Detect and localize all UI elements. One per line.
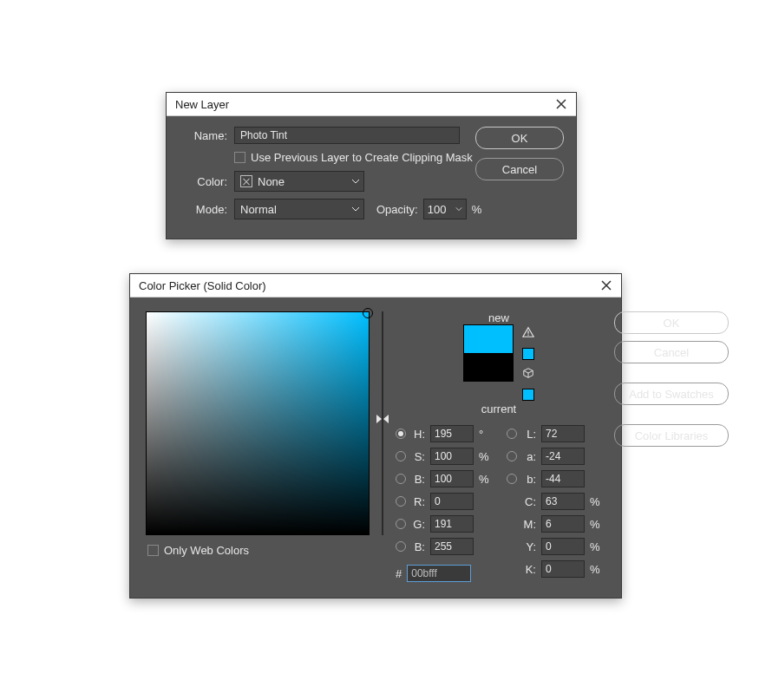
close-icon[interactable] xyxy=(553,96,569,112)
svg-rect-0 xyxy=(527,330,528,334)
color-values-column: new current H:° S:% B: xyxy=(396,311,602,582)
chevron-down-icon xyxy=(351,177,360,186)
checkbox-icon xyxy=(234,152,245,163)
new-layer-dialog: New Layer OK Cancel Name: Use Previous L… xyxy=(166,92,577,239)
color-label: Color: xyxy=(179,175,227,188)
c-unit: % xyxy=(590,495,602,508)
new-label: new xyxy=(488,311,509,324)
opacity-label: Opacity: xyxy=(376,203,418,216)
radio-l[interactable] xyxy=(507,429,517,439)
cancel-button[interactable]: Cancel xyxy=(614,341,729,363)
b-lab-input[interactable] xyxy=(541,470,585,487)
b-hsb-input[interactable] xyxy=(430,470,474,487)
add-to-swatches-button[interactable]: Add to Swatches xyxy=(614,383,729,405)
radio-b-hsb[interactable] xyxy=(396,474,406,484)
h-unit: ° xyxy=(479,428,491,441)
new-layer-title: New Layer xyxy=(175,98,553,111)
websafe-swatch-icon[interactable] xyxy=(522,389,534,401)
new-color-swatch xyxy=(464,325,513,353)
g-input[interactable] xyxy=(430,515,474,533)
opacity-value: 100 xyxy=(428,203,447,216)
new-current-preview[interactable] xyxy=(463,324,514,382)
hex-label: # xyxy=(396,567,402,580)
name-label: Name: xyxy=(179,129,227,142)
blend-mode-value: Normal xyxy=(240,203,277,216)
y-input[interactable] xyxy=(541,538,585,555)
ok-button[interactable]: OK xyxy=(614,311,729,334)
radio-a[interactable] xyxy=(507,451,517,461)
hue-slider[interactable] xyxy=(382,311,383,535)
c-input[interactable] xyxy=(541,493,585,510)
radio-s[interactable] xyxy=(396,451,406,461)
k-unit: % xyxy=(590,563,602,576)
current-color-swatch xyxy=(464,353,513,381)
color-picker-dialog: Color Picker (Solid Color) Only Web Colo… xyxy=(129,273,622,599)
blend-mode-select[interactable]: Normal xyxy=(234,199,364,219)
clipping-mask-label: Use Previous Layer to Create Clipping Ma… xyxy=(251,151,473,164)
radio-g[interactable] xyxy=(396,519,406,529)
l-input[interactable] xyxy=(541,425,585,442)
cancel-button[interactable]: Cancel xyxy=(475,158,564,180)
s-label: S: xyxy=(411,450,425,463)
a-input[interactable] xyxy=(541,448,585,465)
h-input[interactable] xyxy=(430,425,474,442)
chevron-down-icon xyxy=(351,205,360,213)
hue-slider-handle-icon xyxy=(383,415,389,423)
opacity-percent: % xyxy=(472,203,482,216)
l-label: L: xyxy=(522,428,536,441)
layer-color-select[interactable]: None xyxy=(234,171,364,192)
radio-b-rgb[interactable] xyxy=(396,541,406,552)
r-input[interactable] xyxy=(430,493,474,510)
radio-h[interactable] xyxy=(396,429,406,439)
ok-button[interactable]: OK xyxy=(475,127,564,149)
close-icon[interactable] xyxy=(599,278,614,293)
radio-r[interactable] xyxy=(396,496,406,507)
m-unit: % xyxy=(590,518,602,531)
color-picker-title: Color Picker (Solid Color) xyxy=(139,279,599,292)
layer-name-input[interactable] xyxy=(234,127,460,144)
svg-rect-1 xyxy=(527,335,528,336)
gamut-warning-icon[interactable] xyxy=(522,326,534,341)
opacity-input[interactable]: 100 xyxy=(423,199,467,219)
color-field[interactable] xyxy=(146,311,370,535)
b-rgb-input[interactable] xyxy=(430,538,474,555)
color-field-cursor-icon xyxy=(363,308,373,318)
hue-slider-handle-icon xyxy=(376,415,382,423)
radio-b-lab[interactable] xyxy=(507,474,517,484)
m-label: M: xyxy=(522,518,536,531)
layer-color-value: None xyxy=(258,175,285,188)
current-label: current xyxy=(481,402,516,415)
new-layer-titlebar[interactable]: New Layer xyxy=(167,93,576,116)
color-picker-titlebar[interactable]: Color Picker (Solid Color) xyxy=(130,274,621,298)
s-unit: % xyxy=(479,450,491,463)
c-label: C: xyxy=(522,495,536,508)
only-web-colors-checkbox[interactable]: Only Web Colors xyxy=(147,544,249,557)
cube-icon[interactable] xyxy=(522,367,534,382)
color-libraries-button[interactable]: Color Libraries xyxy=(614,424,729,447)
mode-label: Mode: xyxy=(179,203,227,216)
clipping-mask-checkbox[interactable]: Use Previous Layer to Create Clipping Ma… xyxy=(234,151,473,164)
none-swatch-icon xyxy=(240,175,252,187)
h-label: H: xyxy=(411,428,425,441)
s-input[interactable] xyxy=(430,448,474,465)
color-field-column: Only Web Colors xyxy=(146,311,370,582)
a-label: a: xyxy=(522,450,536,463)
hex-input[interactable] xyxy=(407,565,471,582)
k-input[interactable] xyxy=(541,560,585,578)
k-label: K: xyxy=(522,563,536,576)
r-label: R: xyxy=(411,495,425,508)
color-picker-buttons: OK Cancel Add to Swatches Color Librarie… xyxy=(614,311,729,582)
b-rgb-label: B: xyxy=(411,540,425,553)
b-hsb-label: B: xyxy=(411,473,425,486)
y-unit: % xyxy=(590,540,602,553)
chevron-down-icon xyxy=(455,206,462,213)
gamut-swatch-icon[interactable] xyxy=(522,348,534,360)
y-label: Y: xyxy=(522,540,536,553)
only-web-colors-label: Only Web Colors xyxy=(164,544,249,557)
b-lab-label: b: xyxy=(522,473,536,486)
m-input[interactable] xyxy=(541,515,585,533)
g-label: G: xyxy=(411,518,425,531)
checkbox-icon xyxy=(147,545,159,556)
b-hsb-unit: % xyxy=(479,473,491,486)
